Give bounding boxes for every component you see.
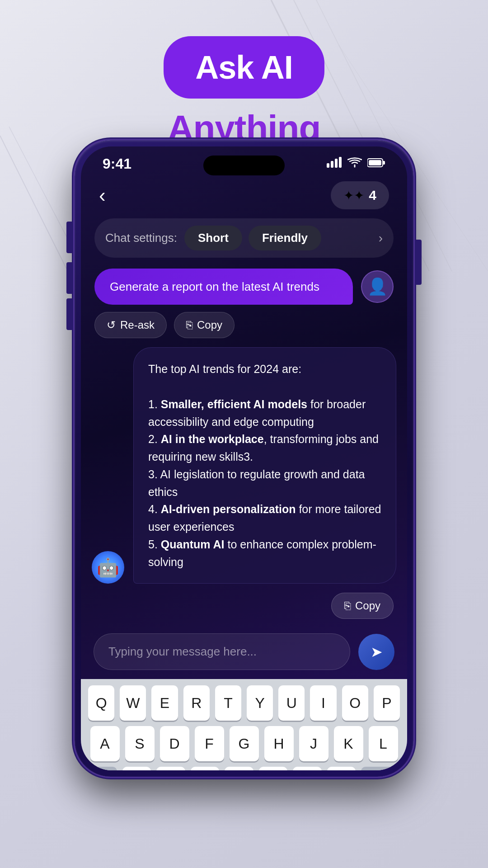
key-r[interactable]: R — [183, 685, 210, 721]
key-g[interactable]: G — [230, 726, 259, 761]
wifi-icon — [347, 157, 362, 171]
sparkle-icon: ✦✦ — [343, 188, 364, 203]
key-z[interactable]: Z — [122, 767, 151, 770]
nav-bar: ‹ ✦✦ 4 — [81, 177, 407, 218]
reask-button[interactable]: ↺ Re-ask — [94, 312, 167, 338]
ask-ai-badge: Ask AI — [164, 36, 324, 99]
key-k[interactable]: K — [334, 726, 363, 761]
action-buttons: ↺ Re-ask ⎘ Copy — [81, 312, 407, 347]
key-b[interactable]: B — [259, 767, 288, 770]
battery-icon — [367, 158, 385, 170]
key-i[interactable]: I — [310, 685, 336, 721]
credits-count: 4 — [369, 188, 376, 203]
settings-chips: Short Friendly — [184, 226, 371, 250]
status-icons — [327, 157, 385, 171]
key-s[interactable]: S — [125, 726, 155, 761]
message-input[interactable]: Typing your message here... — [94, 633, 350, 670]
ai-message-bubble: The top AI trends for 2024 are: 1. Small… — [133, 347, 396, 584]
shift-key[interactable]: ⇧ — [88, 767, 117, 770]
chat-settings-bar[interactable]: Chat settings: Short Friendly › — [94, 218, 394, 258]
phone-mockup: 9:41 ‹ ✦✦ — [75, 140, 413, 777]
key-c[interactable]: C — [191, 767, 220, 770]
svg-rect-11 — [383, 161, 385, 165]
svg-rect-12 — [369, 160, 381, 165]
key-t[interactable]: T — [215, 685, 241, 721]
svg-rect-8 — [335, 159, 338, 168]
delete-key[interactable]: ⌫ — [361, 767, 400, 770]
keyboard: Q W E R T Y U I O P A S D F G — [81, 679, 407, 770]
send-icon: ➤ — [371, 643, 383, 660]
key-m[interactable]: M — [327, 767, 356, 770]
keyboard-row-2: A S D F G H J K L — [88, 726, 400, 761]
key-y[interactable]: Y — [247, 685, 273, 721]
key-n[interactable]: N — [293, 767, 322, 770]
key-o[interactable]: O — [342, 685, 368, 721]
keyboard-row-3: ⇧ Z X C V B N M ⌫ — [88, 767, 400, 770]
header-section: Ask AI Anything — [0, 0, 488, 149]
back-button[interactable]: ‹ — [99, 184, 106, 207]
input-area: Typing your message here... ➤ — [81, 626, 407, 679]
ai-message-text: The top AI trends for 2024 are: 1. Small… — [148, 360, 381, 571]
key-v[interactable]: V — [225, 767, 253, 770]
keyboard-row-1: Q W E R T Y U I O P — [88, 685, 400, 721]
dynamic-island — [203, 156, 285, 175]
svg-rect-6 — [327, 163, 329, 168]
settings-chip-friendly[interactable]: Friendly — [249, 226, 321, 250]
ask-ai-title: Ask AI — [195, 49, 292, 85]
phone-screen: 9:41 ‹ ✦✦ — [81, 146, 407, 770]
chat-settings-label: Chat settings: — [105, 231, 177, 245]
ai-avatar-image: 🤖 — [92, 551, 124, 584]
settings-chip-short[interactable]: Short — [184, 226, 242, 250]
user-avatar: 👤 — [361, 270, 394, 303]
svg-rect-7 — [331, 161, 333, 168]
ai-response-area: 🤖 The top AI trends for 2024 are: 1. Sma… — [81, 347, 407, 593]
key-d[interactable]: D — [160, 726, 189, 761]
signal-icon — [327, 157, 342, 171]
key-f[interactable]: F — [195, 726, 224, 761]
phone-outer: 9:41 ‹ ✦✦ — [75, 140, 413, 777]
status-bar: 9:41 — [81, 146, 407, 177]
key-l[interactable]: L — [369, 726, 398, 761]
credits-badge[interactable]: ✦✦ 4 — [331, 181, 389, 209]
user-message-text: Generate a report on the latest AI trend… — [110, 280, 319, 293]
key-q[interactable]: Q — [88, 685, 114, 721]
reask-label: Re-ask — [120, 319, 155, 331]
copy-message-label: Copy — [197, 319, 222, 331]
avatar-icon: 👤 — [367, 277, 388, 296]
key-u[interactable]: U — [278, 685, 305, 721]
user-message-bubble: Generate a report on the latest AI trend… — [94, 269, 353, 305]
ai-intro: The top AI trends for 2024 are: — [148, 363, 301, 375]
svg-rect-9 — [339, 157, 342, 168]
chevron-right-icon: › — [379, 231, 383, 245]
key-x[interactable]: X — [156, 767, 185, 770]
user-message-area: Generate a report on the latest AI trend… — [81, 269, 407, 312]
status-time: 9:41 — [103, 156, 131, 172]
reask-icon: ↺ — [107, 319, 116, 331]
send-button[interactable]: ➤ — [358, 634, 394, 670]
copy-response-button[interactable]: ⎘ Copy — [331, 593, 394, 619]
key-h[interactable]: H — [264, 726, 294, 761]
key-j[interactable]: J — [299, 726, 328, 761]
copy-icon: ⎘ — [186, 319, 192, 331]
key-w[interactable]: W — [120, 685, 146, 721]
copy-message-button[interactable]: ⎘ Copy — [174, 312, 235, 338]
copy-btn-area: ⎘ Copy — [81, 593, 407, 626]
ai-avatar: 🤖 — [92, 551, 124, 584]
input-placeholder: Typing your message here... — [108, 645, 257, 658]
copy-response-label: Copy — [355, 599, 380, 612]
key-e[interactable]: E — [151, 685, 178, 721]
key-a[interactable]: A — [90, 726, 120, 761]
key-p[interactable]: P — [374, 685, 400, 721]
copy-icon-response: ⎘ — [344, 599, 351, 612]
